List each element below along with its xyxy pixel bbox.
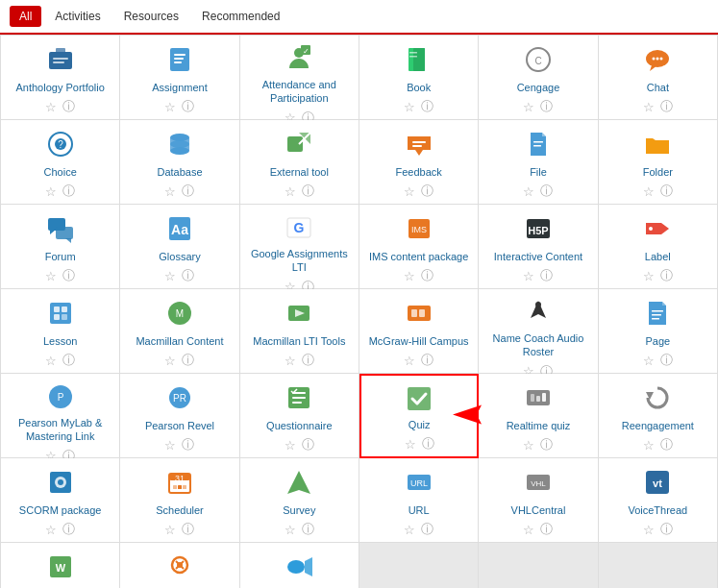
anthology-portfolio-info[interactable]: ⓘ [62, 98, 75, 115]
quiz-star[interactable]: ☆ [405, 437, 416, 452]
grid-item-database[interactable]: Database ☆ ⓘ [120, 120, 239, 205]
external-tool-info[interactable]: ⓘ [302, 183, 314, 200]
cengage-star[interactable]: ☆ [523, 100, 534, 114]
grid-item-pearson-mylab[interactable]: P Pearson MyLab & Mastering Link ☆ ⓘ [1, 374, 120, 458]
questionnaire-info[interactable]: ⓘ [302, 436, 314, 453]
voicethread-star[interactable]: ☆ [643, 523, 655, 537]
grid-item-forum[interactable]: Forum ☆ ⓘ [1, 205, 120, 289]
grid-item-file[interactable]: File ☆ ⓘ [479, 120, 598, 205]
nav-activities[interactable]: Activities [45, 6, 110, 27]
grid-item-vhlcentral[interactable]: VHL VHLCentral ☆ ⓘ [479, 458, 598, 543]
page-info[interactable]: ⓘ [660, 352, 673, 369]
grid-item-wiki[interactable]: W Wiki ☆ ⓘ [1, 543, 120, 588]
nav-recommended[interactable]: Recommended [192, 6, 289, 27]
grid-item-interactive-content[interactable]: H5P Interactive Content ☆ ⓘ [479, 205, 598, 289]
vhlcentral-star[interactable]: ☆ [523, 523, 534, 537]
url-info[interactable]: ⓘ [421, 521, 433, 538]
choice-star[interactable]: ☆ [45, 184, 57, 199]
grid-item-anthology-portfolio[interactable]: Anthology Portfolio ☆ ⓘ [1, 36, 120, 120]
chat-info[interactable]: ⓘ [660, 98, 673, 115]
grid-item-quiz[interactable]: Quiz ☆ ⓘ [359, 374, 479, 458]
grid-item-scheduler[interactable]: 31 Scheduler ☆ ⓘ [120, 458, 239, 543]
realtime-quiz-info[interactable]: ⓘ [540, 436, 553, 453]
grid-item-mcgraw-hill[interactable]: McGraw-Hill Campus ☆ ⓘ [359, 289, 479, 374]
grid-item-questionnaire[interactable]: Questionnaire ☆ ⓘ [240, 374, 359, 458]
grid-item-zoom[interactable]: Zoom meeting ☆ ⓘ [240, 543, 359, 588]
grid-item-google-assignments[interactable]: G Google Assignments LTI ☆ ⓘ [240, 205, 359, 289]
lesson-star[interactable]: ☆ [45, 354, 57, 368]
mcgraw-hill-info[interactable]: ⓘ [421, 352, 433, 369]
file-info[interactable]: ⓘ [540, 183, 553, 200]
macmillan-content-star[interactable]: ☆ [164, 354, 176, 368]
file-star[interactable]: ☆ [523, 184, 534, 199]
lesson-info[interactable]: ⓘ [62, 352, 75, 369]
feedback-info[interactable]: ⓘ [421, 183, 433, 200]
glossary-info[interactable]: ⓘ [182, 267, 194, 284]
grid-item-url[interactable]: URL URL ☆ ⓘ [359, 458, 479, 543]
cengage-info[interactable]: ⓘ [540, 98, 553, 115]
grid-item-external-tool[interactable]: External tool ☆ ⓘ [240, 120, 359, 205]
scorm-star[interactable]: ☆ [45, 523, 57, 537]
macmillan-lti-star[interactable]: ☆ [285, 354, 296, 368]
anthology-portfolio-star[interactable]: ☆ [45, 100, 57, 114]
grid-item-survey[interactable]: Survey ☆ ⓘ [240, 458, 359, 543]
book-info[interactable]: ⓘ [421, 98, 433, 115]
realtime-quiz-star[interactable]: ☆ [523, 438, 534, 453]
quiz-info[interactable]: ⓘ [422, 435, 434, 453]
feedback-star[interactable]: ☆ [404, 184, 415, 199]
assignment-info[interactable]: ⓘ [182, 98, 194, 115]
grid-item-cengage[interactable]: C Cengage ☆ ⓘ [479, 36, 598, 120]
grid-item-glossary[interactable]: Aa Glossary ☆ ⓘ [120, 205, 239, 289]
grid-item-ims-content[interactable]: IMS IMS content package ☆ ⓘ [359, 205, 479, 289]
grid-item-feedback[interactable]: Feedback ☆ ⓘ [359, 120, 479, 205]
grid-item-attendance[interactable]: ✓ Attendance and Participation ☆ ⓘ [240, 36, 359, 120]
nav-all[interactable]: All [10, 6, 41, 27]
questionnaire-star[interactable]: ☆ [285, 438, 296, 453]
grid-item-reengagement[interactable]: Reengagement ☆ ⓘ [599, 374, 718, 458]
voicethread-info[interactable]: ⓘ [660, 521, 673, 538]
grid-item-book[interactable]: Book ☆ ⓘ [359, 36, 479, 120]
forum-star[interactable]: ☆ [45, 269, 57, 283]
page-star[interactable]: ☆ [643, 354, 655, 368]
grid-item-page[interactable]: Page ☆ ⓘ [599, 289, 718, 374]
survey-info[interactable]: ⓘ [302, 521, 314, 538]
grid-item-macmillan-content[interactable]: M Macmillan Content ☆ ⓘ [120, 289, 239, 374]
assignment-star[interactable]: ☆ [164, 100, 176, 114]
scheduler-star[interactable]: ☆ [164, 523, 176, 537]
mcgraw-hill-star[interactable]: ☆ [404, 354, 415, 368]
scorm-info[interactable]: ⓘ [62, 521, 75, 538]
reengagement-star[interactable]: ☆ [643, 438, 655, 453]
label-star[interactable]: ☆ [643, 269, 655, 283]
macmillan-lti-info[interactable]: ⓘ [302, 352, 314, 369]
vhlcentral-info[interactable]: ⓘ [540, 521, 553, 538]
glossary-star[interactable]: ☆ [164, 269, 176, 283]
forum-info[interactable]: ⓘ [62, 267, 75, 284]
grid-item-scorm[interactable]: SCORM package ☆ ⓘ [1, 458, 120, 543]
grid-item-pearson-revel[interactable]: PR Pearson Revel ☆ ⓘ [120, 374, 239, 458]
interactive-content-info[interactable]: ⓘ [540, 267, 553, 284]
survey-star[interactable]: ☆ [285, 523, 296, 537]
grid-item-lesson[interactable]: Lesson ☆ ⓘ [1, 289, 120, 374]
external-tool-star[interactable]: ☆ [285, 184, 296, 199]
label-info[interactable]: ⓘ [660, 267, 673, 284]
grid-item-folder[interactable]: Folder ☆ ⓘ [599, 120, 718, 205]
choice-info[interactable]: ⓘ [62, 183, 75, 200]
grid-item-label[interactable]: Label ☆ ⓘ [599, 205, 718, 289]
macmillan-content-info[interactable]: ⓘ [182, 352, 194, 369]
grid-item-realtime-quiz[interactable]: Realtime quiz ☆ ⓘ [479, 374, 598, 458]
nav-resources[interactable]: Resources [114, 6, 188, 27]
ims-content-info[interactable]: ⓘ [421, 267, 433, 284]
interactive-content-star[interactable]: ☆ [523, 269, 534, 283]
folder-info[interactable]: ⓘ [660, 183, 673, 200]
grid-item-assignment[interactable]: Assignment ☆ ⓘ [120, 36, 239, 120]
grid-item-voicethread[interactable]: vt VoiceThread ☆ ⓘ [599, 458, 718, 543]
grid-item-macmillan-lti[interactable]: Macmillan LTI Tools ☆ ⓘ [240, 289, 359, 374]
chat-star[interactable]: ☆ [643, 100, 655, 114]
scheduler-info[interactable]: ⓘ [182, 521, 194, 538]
pearson-revel-star[interactable]: ☆ [164, 438, 176, 453]
reengagement-info[interactable]: ⓘ [660, 436, 673, 453]
pearson-revel-info[interactable]: ⓘ [182, 436, 194, 453]
url-star[interactable]: ☆ [404, 523, 415, 537]
database-info[interactable]: ⓘ [182, 183, 194, 200]
folder-star[interactable]: ☆ [643, 184, 655, 199]
